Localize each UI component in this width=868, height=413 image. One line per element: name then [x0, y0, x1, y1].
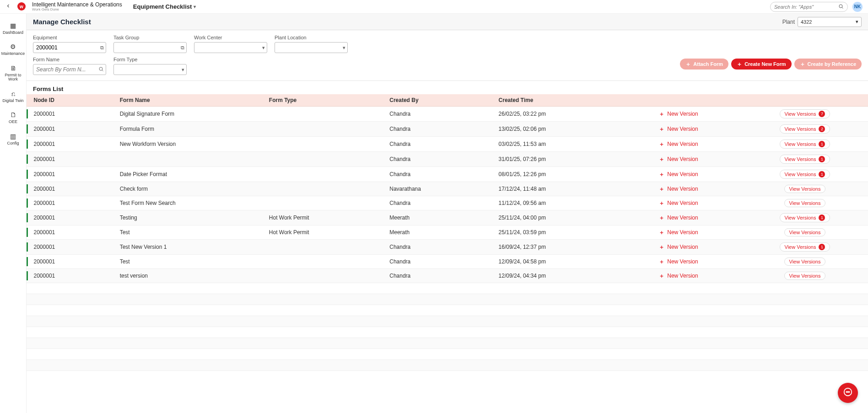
global-search-input[interactable]: [774, 4, 838, 10]
table-row[interactable]: 2000001 Test Chandra 12/09/24, 04:58 pm …: [27, 255, 868, 269]
table-row[interactable]: 2000001 Date Picker Format Chandra 08/01…: [27, 167, 868, 182]
cell-form-type: [265, 196, 386, 210]
new-version-button[interactable]: ＋New Version: [659, 199, 698, 207]
table-row[interactable]: 2000001 Check form Navarathana 17/12/24,…: [27, 182, 868, 196]
view-versions-label: View Versions: [785, 126, 816, 132]
sidebar-item-dashboard[interactable]: ▦ DashBoard: [0, 22, 26, 35]
view-versions-button[interactable]: View Versions1: [780, 139, 830, 149]
view-versions-button[interactable]: View Versions2: [780, 124, 830, 134]
work-center-select[interactable]: ▾: [194, 42, 267, 53]
view-versions-label: View Versions: [785, 215, 816, 220]
chevron-down-icon: ▾: [194, 4, 196, 9]
table-row[interactable]: 2000001 New Workform Version Chandra 03/…: [27, 137, 868, 152]
view-versions-button[interactable]: View Versions: [784, 199, 826, 207]
work-center-label: Work Center: [194, 35, 267, 40]
new-version-button[interactable]: ＋New Version: [659, 258, 698, 266]
cell-node-id: 2000001: [30, 122, 116, 137]
sidebar-item-config[interactable]: ▥ Config: [0, 133, 26, 145]
chevron-down-icon: ▾: [856, 19, 858, 25]
cell-form-name: Check form: [116, 182, 265, 196]
th-form-type[interactable]: Form Type: [265, 94, 386, 107]
new-version-button[interactable]: ＋New Version: [659, 272, 698, 280]
breadcrumb[interactable]: Equipment Checklist ▾: [133, 3, 196, 10]
new-version-button[interactable]: ＋New Version: [659, 125, 698, 133]
view-versions-label: View Versions: [785, 156, 816, 162]
cell-node-id: 2000001: [30, 107, 116, 122]
chat-fab[interactable]: [838, 383, 858, 403]
table-row[interactable]: 2000001 Test Hot Work Permit Meerath 25/…: [27, 225, 868, 240]
new-version-button[interactable]: ＋New Version: [659, 171, 698, 178]
view-versions-button[interactable]: View Versions: [784, 257, 826, 266]
plant-location-select[interactable]: ▾: [275, 42, 348, 53]
lookup-icon[interactable]: ⧉: [100, 45, 104, 51]
avatar[interactable]: NK: [852, 2, 863, 12]
chevron-down-icon: ▾: [182, 67, 184, 73]
forms-table-wrap[interactable]: Node ID Form Name Form Type Created By C…: [27, 94, 868, 413]
row-marker: [27, 182, 30, 196]
attach-form-button[interactable]: ＋Attach Form: [680, 59, 728, 70]
sidebar-item-digital-twin[interactable]: ⎌ Digital Twin: [0, 90, 26, 103]
back-button[interactable]: [5, 2, 11, 11]
table-row[interactable]: 2000001 Formula Form Chandra 13/02/25, 0…: [27, 122, 868, 137]
plant-select[interactable]: 4322 ▾: [798, 17, 862, 27]
th-created-by[interactable]: Created By: [386, 94, 495, 107]
view-versions-button[interactable]: View Versions1: [780, 242, 830, 252]
new-version-button[interactable]: ＋New Version: [659, 140, 698, 148]
new-version-button[interactable]: ＋New Version: [659, 214, 698, 222]
view-versions-label: View Versions: [789, 186, 821, 192]
th-marker: [27, 94, 30, 107]
view-versions-label: View Versions: [785, 172, 816, 177]
create-new-form-label: Create New Form: [744, 61, 786, 67]
search-icon[interactable]: [98, 66, 104, 73]
sidebar-item-label: Permit to Work: [0, 73, 26, 82]
cell-form-type: [265, 152, 386, 167]
new-version-button[interactable]: ＋New Version: [659, 229, 698, 236]
new-version-button[interactable]: ＋New Version: [659, 110, 698, 118]
table-row[interactable]: 2000001 Test New Version 1 Chandra 16/09…: [27, 240, 868, 255]
form-name-search[interactable]: [33, 64, 106, 75]
cell-form-type: Hot Work Permit: [265, 210, 386, 225]
view-versions-button[interactable]: View Versions1: [780, 155, 830, 164]
cell-created-by: Chandra: [386, 240, 495, 255]
svg-line-3: [102, 70, 103, 71]
svg-point-2: [99, 67, 102, 70]
table-row[interactable]: 2000001 Testing Hot Work Permit Meerath …: [27, 210, 868, 225]
sidebar-item-permit[interactable]: 🗎 Permit to Work: [0, 64, 26, 82]
new-version-label: New Version: [667, 229, 698, 236]
view-versions-button[interactable]: View Versions1: [780, 170, 830, 179]
view-versions-button[interactable]: View Versions: [784, 228, 826, 236]
form-name-input[interactable]: [36, 66, 103, 73]
cell-created-by: Meerath: [386, 225, 495, 240]
equipment-field[interactable]: [36, 44, 103, 51]
create-by-reference-button[interactable]: ＋Create by Reference: [794, 59, 862, 70]
filters: Equipment ⧉ Task Group ⧉: [27, 30, 868, 81]
view-versions-button[interactable]: View Versions1: [780, 213, 830, 222]
form-type-select[interactable]: ▾: [113, 64, 187, 75]
row-marker: [27, 167, 30, 182]
new-version-button[interactable]: ＋New Version: [659, 243, 698, 251]
cell-node-id: 2000001: [30, 196, 116, 210]
th-created-time[interactable]: Created Time: [495, 94, 615, 107]
cell-form-name: Formula Form: [116, 122, 265, 137]
global-search[interactable]: [770, 2, 848, 12]
table-row[interactable]: 2000001 Chandra 31/01/25, 07:26 pm ＋New …: [27, 152, 868, 167]
table-row[interactable]: 2000001 Digital Signature Form Chandra 2…: [27, 107, 868, 122]
th-form-name[interactable]: Form Name: [116, 94, 265, 107]
cell-form-type: [265, 107, 386, 122]
th-node-id[interactable]: Node ID: [30, 94, 116, 107]
new-version-button[interactable]: ＋New Version: [659, 156, 698, 163]
table-row[interactable]: 2000001 Test Form New Search Chandra 11/…: [27, 196, 868, 210]
create-new-form-button[interactable]: ＋Create New Form: [731, 59, 791, 70]
equipment-input[interactable]: ⧉: [33, 42, 106, 53]
view-versions-button[interactable]: View Versions: [784, 185, 826, 193]
sidebar-item-oee[interactable]: 🗋 OEE: [0, 111, 26, 124]
create-by-reference-label: Create by Reference: [808, 61, 856, 67]
sidebar-item-maintenance[interactable]: ⚙ Maintenance: [0, 43, 26, 56]
table-row[interactable]: 2000001 test version Chandra 12/09/24, 0…: [27, 269, 868, 283]
view-versions-button[interactable]: View Versions: [784, 272, 826, 280]
task-group-input[interactable]: ⧉: [113, 42, 187, 53]
view-versions-button[interactable]: View Versions7: [780, 109, 830, 118]
task-group-field[interactable]: [117, 44, 183, 51]
lookup-icon[interactable]: ⧉: [181, 45, 184, 51]
new-version-button[interactable]: ＋New Version: [659, 185, 698, 193]
